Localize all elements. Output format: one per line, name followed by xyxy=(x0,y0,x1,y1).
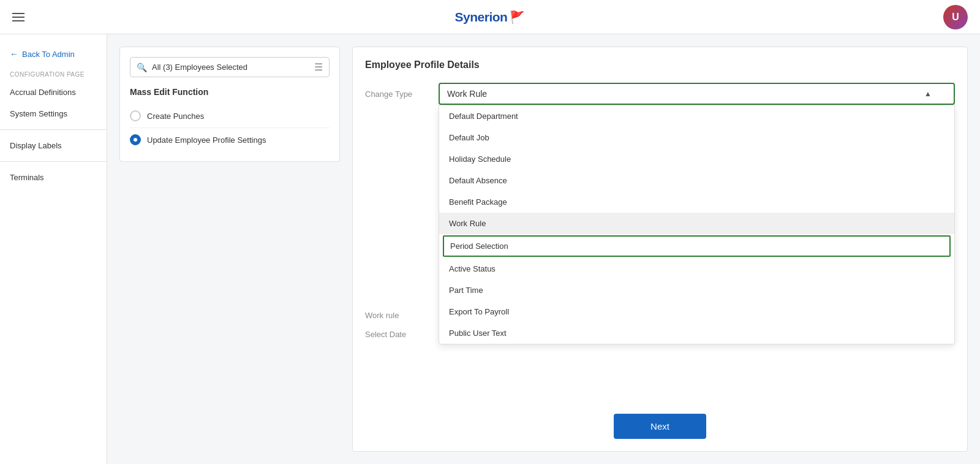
radio-create-punches[interactable]: Create Punches xyxy=(130,104,330,127)
back-to-admin-link[interactable]: ← Back To Admin xyxy=(0,44,107,64)
search-icon: 🔍 xyxy=(137,63,147,72)
hamburger-menu-icon[interactable] xyxy=(12,13,24,21)
sidebar-item-accrual[interactable]: Accrual Definitions xyxy=(0,82,107,103)
accrual-definitions-label: Accrual Definitions xyxy=(10,88,76,97)
right-panel: Employee Profile Details Change Type Wor… xyxy=(352,47,968,452)
config-page-label: CONFIGURATION PAGE xyxy=(0,64,107,82)
logo-flag-icon: 🚩 xyxy=(510,10,525,25)
change-type-dropdown-container: Work Rule ▲ Default Department Default J… xyxy=(439,83,955,105)
chevron-up-icon: ▲ xyxy=(924,89,932,98)
work-rule-label: Work rule xyxy=(365,311,439,320)
change-type-value: Work Rule xyxy=(447,89,487,99)
panel-title: Employee Profile Details xyxy=(365,59,955,70)
radio-circle-update xyxy=(130,134,141,145)
layout: ← Back To Admin CONFIGURATION PAGE Accru… xyxy=(0,34,980,464)
mass-edit-title: Mass Edit Function xyxy=(130,87,330,97)
left-panel: 🔍 ☰ Mass Edit Function Create Punches Up… xyxy=(119,47,340,162)
back-arrow-icon: ← xyxy=(10,49,18,59)
radio-circle-create xyxy=(130,110,141,121)
dropdown-item-export-payroll[interactable]: Export To Payroll xyxy=(439,301,954,322)
dropdown-item-part-time[interactable]: Part Time xyxy=(439,280,954,301)
dropdown-item-work-rule[interactable]: Work Rule xyxy=(439,213,954,234)
update-employee-label: Update Employee Profile Settings xyxy=(147,135,266,145)
dropdown-item-holiday[interactable]: Holiday Schedule xyxy=(439,148,954,170)
sidebar-divider xyxy=(0,129,107,130)
dropdown-item-period-selection[interactable]: Period Selection xyxy=(443,235,951,257)
topnav: Synerion 🚩 U xyxy=(0,0,980,34)
change-type-dropdown[interactable]: Work Rule ▲ xyxy=(439,83,955,105)
change-type-dropdown-menu: Default Department Default Job Holiday S… xyxy=(439,105,955,344)
logo-text: Synerion xyxy=(455,10,508,25)
employee-search-bar[interactable]: 🔍 ☰ xyxy=(130,57,330,77)
back-link-label: Back To Admin xyxy=(22,50,75,59)
change-type-row: Change Type Work Rule ▲ Default Departme… xyxy=(365,83,955,105)
sidebar-item-display[interactable]: Display Labels xyxy=(0,135,107,156)
dropdown-item-public-user[interactable]: Public User Text xyxy=(439,322,954,344)
main-content: 🔍 ☰ Mass Edit Function Create Punches Up… xyxy=(107,34,980,464)
avatar[interactable]: U xyxy=(943,5,968,29)
next-button[interactable]: Next xyxy=(614,414,706,439)
sidebar-item-system[interactable]: System Settings xyxy=(0,103,107,124)
topnav-right: U xyxy=(943,5,968,29)
filter-icon[interactable]: ☰ xyxy=(314,61,323,73)
radio-update-employee[interactable]: Update Employee Profile Settings xyxy=(130,127,330,151)
next-button-row: Next xyxy=(365,404,955,439)
employee-search-input[interactable] xyxy=(152,63,309,72)
dropdown-item-default-job[interactable]: Default Job xyxy=(439,127,954,148)
sidebar-item-terminals[interactable]: Terminals xyxy=(0,167,107,188)
display-labels-label: Display Labels xyxy=(10,141,62,150)
select-date-label: Select Date xyxy=(365,330,439,339)
dropdown-item-active-status[interactable]: Active Status xyxy=(439,258,954,280)
dropdown-item-benefit[interactable]: Benefit Package xyxy=(439,191,954,213)
system-settings-label: System Settings xyxy=(10,109,67,118)
dropdown-item-default-dept[interactable]: Default Department xyxy=(439,105,954,127)
change-type-label: Change Type xyxy=(365,89,439,99)
dropdown-item-default-absence[interactable]: Default Absence xyxy=(439,170,954,191)
terminals-label: Terminals xyxy=(10,173,44,182)
topnav-left xyxy=(12,13,24,21)
app-logo: Synerion 🚩 xyxy=(455,10,526,25)
create-punches-label: Create Punches xyxy=(147,112,204,121)
sidebar-divider-2 xyxy=(0,161,107,162)
sidebar: ← Back To Admin CONFIGURATION PAGE Accru… xyxy=(0,34,107,464)
